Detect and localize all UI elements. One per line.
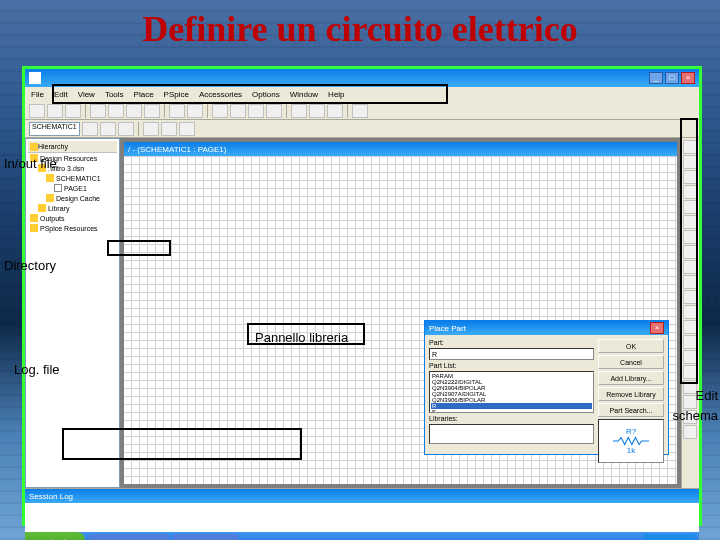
- part-list[interactable]: PARAM Q2N2222/DIGITAL Q2N3904/BIPOLAR Q2…: [429, 371, 594, 413]
- current-probe-icon[interactable]: [161, 122, 177, 136]
- run-icon[interactable]: [100, 122, 116, 136]
- menu-place[interactable]: Place: [134, 90, 154, 99]
- tree-cache[interactable]: Design Cache: [56, 195, 100, 202]
- tree-schematic[interactable]: SCHEMATIC1: [56, 175, 101, 182]
- marker-v-icon[interactable]: [291, 104, 307, 118]
- part-search-button[interactable]: Part Search...: [598, 403, 664, 417]
- tree-project[interactable]: .\filtro 3.dsn: [48, 165, 84, 172]
- copy-icon[interactable]: [126, 104, 142, 118]
- close-button[interactable]: ×: [681, 72, 695, 84]
- menu-tools[interactable]: Tools: [105, 90, 124, 99]
- place-line-icon[interactable]: [683, 350, 697, 364]
- menu-accessories[interactable]: Accessories: [199, 90, 242, 99]
- list-item[interactable]: S: [431, 409, 592, 413]
- place-busentry-icon[interactable]: [683, 230, 697, 244]
- partlist-label: Part List:: [429, 362, 594, 369]
- tree-pspice[interactable]: PSpice Resources: [40, 225, 98, 232]
- paste-icon[interactable]: [144, 104, 160, 118]
- page-icon: [54, 184, 62, 192]
- folder-icon: [46, 194, 54, 202]
- menu-edit[interactable]: Edit: [54, 90, 68, 99]
- save-icon[interactable]: [65, 104, 81, 118]
- place-toolbar: [681, 138, 699, 488]
- place-polyline-icon[interactable]: [683, 365, 697, 379]
- zoom-fit-icon[interactable]: [266, 104, 282, 118]
- place-part-dialog: Place Part × Part: Part List: PARAM Q2N2…: [424, 320, 669, 455]
- windows-taskbar: start Microsoft PowerP... Orcad Capture …: [25, 532, 699, 540]
- folder-icon: [38, 204, 46, 212]
- place-netalias-icon[interactable]: [683, 185, 697, 199]
- place-ellipse-icon[interactable]: [683, 395, 697, 409]
- menu-window[interactable]: Window: [290, 90, 318, 99]
- voltage-probe-icon[interactable]: [143, 122, 159, 136]
- schematic-dropdown[interactable]: SCHEMATIC1: [29, 122, 80, 136]
- marker-i-icon[interactable]: [309, 104, 325, 118]
- app-icon: [29, 72, 41, 84]
- marker-w-icon[interactable]: [327, 104, 343, 118]
- place-offpage-icon[interactable]: [683, 320, 697, 334]
- place-hierblock-icon[interactable]: [683, 275, 697, 289]
- folder-icon: [30, 224, 38, 232]
- place-bus-icon[interactable]: [683, 200, 697, 214]
- tree-page[interactable]: PAGE1: [64, 185, 87, 192]
- cut-icon[interactable]: [108, 104, 124, 118]
- resistor-icon: [613, 436, 649, 446]
- zoom-in-icon[interactable]: [212, 104, 228, 118]
- part-input[interactable]: [429, 348, 594, 360]
- menu-options[interactable]: Options: [252, 90, 280, 99]
- tree-tab[interactable]: Hierarchy: [38, 143, 68, 150]
- folder-icon: [30, 154, 38, 162]
- zoom-area-icon[interactable]: [248, 104, 264, 118]
- view-results-icon[interactable]: [118, 122, 134, 136]
- taskbar-item-orcad[interactable]: Orcad Capture: [173, 534, 237, 540]
- part-label: Part:: [429, 339, 594, 346]
- library-list[interactable]: [429, 424, 594, 444]
- ok-button[interactable]: OK: [598, 339, 664, 353]
- undo-icon[interactable]: [169, 104, 185, 118]
- system-tray[interactable]: ◧ ♪ 23:11: [643, 534, 695, 540]
- place-power-icon[interactable]: [683, 245, 697, 259]
- place-rect-icon[interactable]: [683, 380, 697, 394]
- place-hierport-icon[interactable]: [683, 290, 697, 304]
- print-icon[interactable]: [90, 104, 106, 118]
- add-library-button[interactable]: Add Library...: [598, 371, 664, 385]
- select-icon[interactable]: [683, 140, 697, 154]
- menubar: File Edit View Tools Place PSpice Access…: [25, 87, 699, 102]
- tree-root[interactable]: Design Resources: [40, 155, 97, 162]
- sim-profile-icon[interactable]: [82, 122, 98, 136]
- session-log-title: Session Log: [29, 492, 73, 501]
- project-tree[interactable]: Hierarchy Design Resources .\filtro 3.ds…: [25, 138, 120, 488]
- place-junction-icon[interactable]: [683, 215, 697, 229]
- taskbar-item-powerpoint[interactable]: Microsoft PowerP...: [89, 534, 169, 540]
- remove-library-button[interactable]: Remove Library: [598, 387, 664, 401]
- tree-outputs[interactable]: Outputs: [40, 215, 65, 222]
- folder-icon: [46, 174, 54, 182]
- place-ground-icon[interactable]: [683, 260, 697, 274]
- toolbar-main: [25, 102, 699, 120]
- place-part-icon[interactable]: [683, 155, 697, 169]
- slide-title: Definire un circuito elettrico: [0, 8, 720, 50]
- help-icon[interactable]: [352, 104, 368, 118]
- minimize-button[interactable]: _: [649, 72, 663, 84]
- maximize-button[interactable]: □: [665, 72, 679, 84]
- place-hierpin-icon[interactable]: [683, 305, 697, 319]
- menu-file[interactable]: File: [31, 90, 44, 99]
- place-wire-icon[interactable]: [683, 170, 697, 184]
- redo-icon[interactable]: [187, 104, 203, 118]
- menu-view[interactable]: View: [78, 90, 95, 99]
- place-arc-icon[interactable]: [683, 410, 697, 424]
- new-icon[interactable]: [29, 104, 45, 118]
- menu-pspice[interactable]: PSpice: [164, 90, 189, 99]
- start-button[interactable]: start: [25, 532, 85, 540]
- zoom-out-icon[interactable]: [230, 104, 246, 118]
- app-window: _ □ × File Edit View Tools Place PSpice …: [22, 66, 702, 526]
- place-noconnect-icon[interactable]: [683, 335, 697, 349]
- dialog-close-button[interactable]: ×: [650, 322, 664, 334]
- preview-value: 1k: [627, 446, 635, 455]
- open-icon[interactable]: [47, 104, 63, 118]
- cancel-button[interactable]: Cancel: [598, 355, 664, 369]
- menu-help[interactable]: Help: [328, 90, 344, 99]
- place-text-icon[interactable]: [683, 425, 697, 439]
- power-probe-icon[interactable]: [179, 122, 195, 136]
- tree-library[interactable]: Library: [48, 205, 69, 212]
